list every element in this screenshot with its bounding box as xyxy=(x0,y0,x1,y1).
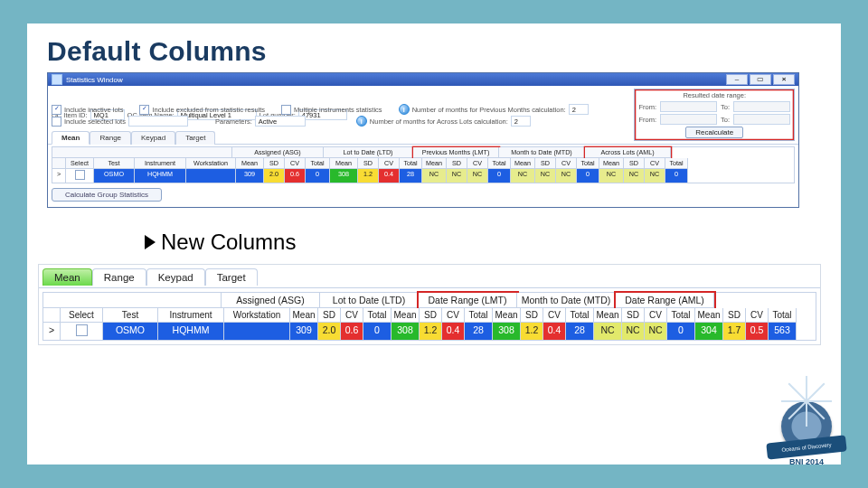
zoom-tab-mean[interactable]: Mean xyxy=(42,268,92,286)
caret-right-icon xyxy=(145,235,156,249)
info-icon[interactable]: i xyxy=(399,104,410,115)
zoom-data-cell: 308 xyxy=(493,323,521,340)
zoom-group-header: Month to Date (MTD) xyxy=(517,293,616,308)
col-header: Mean xyxy=(330,158,358,169)
data-cell: NC xyxy=(535,169,556,183)
group-header: Lot to Date (LTD) xyxy=(324,147,413,158)
col-header: Workstation xyxy=(186,158,236,169)
zoom-expand-cell[interactable]: > xyxy=(43,323,61,340)
zoom-data-cell: 0.4 xyxy=(442,323,465,340)
col-header: Total xyxy=(306,158,330,169)
col-header: SD xyxy=(624,158,645,169)
zoom-data-cell: 1.2 xyxy=(521,323,543,340)
zoom-tab-keypad[interactable]: Keypad xyxy=(146,268,205,286)
col-header: Test xyxy=(94,158,135,169)
zoom-data-cell: 0.4 xyxy=(543,323,566,340)
include-excluded-checkbox[interactable] xyxy=(139,105,149,115)
maximize-button[interactable]: ▭ xyxy=(750,74,771,85)
include-selected-checkbox[interactable] xyxy=(52,117,61,127)
calc-group-stats-button[interactable]: Calculate Group Statistics xyxy=(52,188,162,202)
across-lots-field[interactable]: 2 xyxy=(511,116,531,127)
zoom-data-cell: 0 xyxy=(363,323,392,340)
zoom-col-header: Mean xyxy=(290,308,318,323)
col-header: Total xyxy=(577,158,599,169)
resulted-date-range-box: Resulted date range: From: To: From: To:… xyxy=(634,89,795,141)
zoom-col-header: Select xyxy=(61,308,103,323)
col-header: Total xyxy=(665,158,688,169)
zoom-tab-target[interactable]: Target xyxy=(205,268,258,286)
select-cell[interactable] xyxy=(66,169,94,183)
badge-year: BNI 2014 xyxy=(767,457,846,466)
data-cell: NC xyxy=(511,169,535,183)
prev-months-label: Number of months for Previous Months cal… xyxy=(412,106,566,114)
tab-range[interactable]: Range xyxy=(90,131,131,145)
zoom-panel: Mean Range Keypad Target Assigned (ASG)L… xyxy=(38,264,821,345)
info-icon-2[interactable]: i xyxy=(356,116,367,127)
tab-keypad[interactable]: Keypad xyxy=(131,131,175,145)
col-header: CV xyxy=(645,158,665,169)
slide-title: Default Columns xyxy=(47,36,841,67)
col-header: Mean xyxy=(422,158,447,169)
zoom-data-cell: 1.7 xyxy=(723,323,746,340)
zoom-tab-range[interactable]: Range xyxy=(92,268,146,286)
workstation-cell xyxy=(186,169,236,183)
data-cell: NC xyxy=(624,169,645,183)
zoom-data-cell: 28 xyxy=(566,323,594,340)
zoom-data-cell: 0.6 xyxy=(341,323,363,340)
zoom-data-cell: 304 xyxy=(695,323,723,340)
instrument-cell: HQHMM xyxy=(135,169,186,183)
prev-months-field[interactable]: 2 xyxy=(569,104,589,115)
multi-instruments-label: Multiple instruments statistics xyxy=(294,106,382,114)
close-button[interactable]: × xyxy=(773,74,795,85)
zoom-grid: Assigned (ASG)Lot to Date (LTD)Date Rang… xyxy=(42,292,816,341)
zoom-data-cell: 1.2 xyxy=(420,323,442,340)
data-cell: NC xyxy=(645,169,665,183)
zoom-col-header: SD xyxy=(420,308,442,323)
zoom-data-cell: 308 xyxy=(392,323,420,340)
titlebar: Statistics Window – ▭ × xyxy=(48,73,798,86)
include-excluded-label: Include excluded from statistic results xyxy=(152,106,265,114)
minimize-button[interactable]: – xyxy=(726,74,748,85)
group-header: Previous Months (LMT) xyxy=(413,147,499,158)
zoom-data-cell: 0 xyxy=(667,323,695,340)
zoom-select-cell[interactable] xyxy=(61,323,103,340)
zoom-col-header: CV xyxy=(543,308,566,323)
zoom-workstation-cell xyxy=(224,323,290,340)
include-selected-field[interactable] xyxy=(128,116,188,127)
col-header: Instrument xyxy=(135,158,186,169)
zoom-data-cell: NC xyxy=(622,323,645,340)
zoom-col-header xyxy=(43,308,61,323)
col-header: Mean xyxy=(599,158,624,169)
event-badge-icon: Oceans of Discovery BNI 2014 xyxy=(767,399,846,470)
col-header: Total xyxy=(400,158,422,169)
recalculate-button[interactable]: Recalculate xyxy=(685,127,743,138)
include-inactive-checkbox[interactable] xyxy=(52,105,61,115)
data-cell: NC xyxy=(447,169,467,183)
data-cell: 0 xyxy=(488,169,511,183)
col-header: CV xyxy=(556,158,577,169)
data-cell: 308 xyxy=(330,169,358,183)
zoom-col-header: SD xyxy=(723,308,746,323)
zoom-col-header: Mean xyxy=(392,308,420,323)
expand-cell[interactable]: > xyxy=(52,169,66,183)
col-header: Total xyxy=(488,158,511,169)
multi-instruments-checkbox[interactable] xyxy=(281,105,291,115)
group-header: Month to Date (MTD) xyxy=(499,147,585,158)
tab-target[interactable]: Target xyxy=(175,131,215,145)
zoom-col-header: Total xyxy=(566,308,594,323)
test-cell: OSMO xyxy=(94,169,135,183)
parameters-field[interactable]: Active xyxy=(255,116,306,127)
zoom-instrument-cell: HQHMM xyxy=(158,323,224,340)
zoom-data-cell: 2.0 xyxy=(318,323,341,340)
zoom-group-header: Lot to Date (LTD) xyxy=(320,293,419,308)
data-cell: 0.6 xyxy=(285,169,306,183)
col-header: CV xyxy=(467,158,488,169)
group-header: Assigned (ASG) xyxy=(232,147,324,158)
col-header: Mean xyxy=(511,158,535,169)
data-cell: 0 xyxy=(306,169,330,183)
zoom-col-header: Workstation xyxy=(224,308,290,323)
statistics-window: Statistics Window – ▭ × QC Item ID: MQ1 … xyxy=(47,72,799,208)
stats-grid: Assigned (ASG)Lot to Date (LTD)Previous … xyxy=(52,146,795,183)
tab-mean[interactable]: Mean xyxy=(52,131,90,145)
zoom-test-cell: OSMO xyxy=(103,323,158,340)
